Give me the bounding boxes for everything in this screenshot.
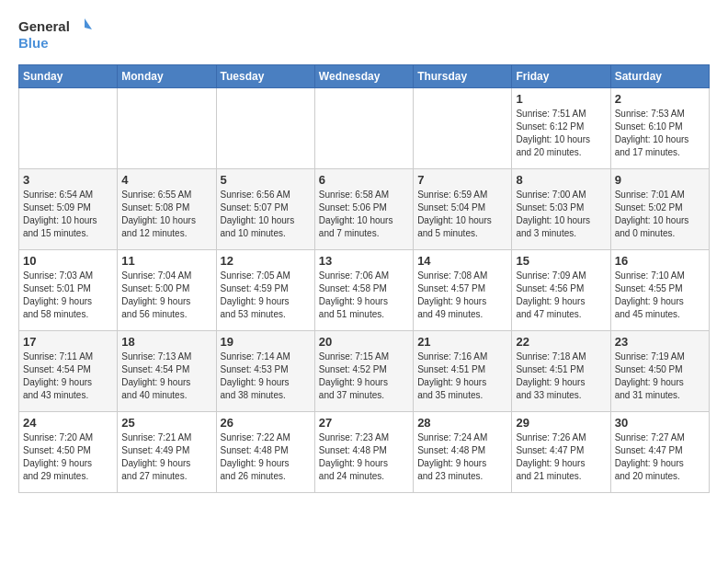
day-info: Sunrise: 7:11 AM Sunset: 4:54 PM Dayligh… — [23, 350, 113, 402]
day-info: Sunrise: 7:09 AM Sunset: 4:56 PM Dayligh… — [516, 270, 606, 321]
day-info: Sunrise: 7:01 AM Sunset: 5:02 PM Dayligh… — [615, 189, 705, 240]
day-number: 17 — [23, 335, 113, 349]
day-number: 7 — [417, 173, 507, 187]
day-number: 14 — [417, 254, 507, 268]
day-number: 26 — [221, 416, 311, 430]
calendar-cell: 23Sunrise: 7:19 AM Sunset: 4:50 PM Dayli… — [610, 331, 709, 412]
day-info: Sunrise: 7:04 AM Sunset: 5:00 PM Dayligh… — [121, 270, 211, 321]
calendar-cell: 7Sunrise: 6:59 AM Sunset: 5:04 PM Daylig… — [414, 169, 512, 250]
day-number: 8 — [516, 173, 606, 187]
day-number: 21 — [417, 335, 507, 349]
day-number: 22 — [516, 335, 606, 349]
calendar-cell — [314, 88, 413, 169]
day-info: Sunrise: 7:08 AM Sunset: 4:57 PM Dayligh… — [417, 270, 507, 321]
calendar-cell — [19, 88, 118, 169]
day-info: Sunrise: 7:19 AM Sunset: 4:50 PM Dayligh… — [615, 350, 705, 402]
day-info: Sunrise: 6:56 AM Sunset: 5:07 PM Dayligh… — [221, 189, 311, 240]
calendar-cell: 3Sunrise: 6:54 AM Sunset: 5:09 PM Daylig… — [19, 169, 118, 250]
day-number: 13 — [319, 254, 409, 268]
day-info: Sunrise: 7:51 AM Sunset: 6:12 PM Dayligh… — [516, 108, 606, 159]
calendar-cell: 24Sunrise: 7:20 AM Sunset: 4:50 PM Dayli… — [19, 412, 118, 493]
day-info: Sunrise: 7:05 AM Sunset: 4:59 PM Dayligh… — [221, 270, 311, 321]
weekday-header-row: SundayMondayTuesdayWednesdayThursdayFrid… — [19, 65, 710, 88]
calendar-cell: 27Sunrise: 7:23 AM Sunset: 4:48 PM Dayli… — [314, 412, 413, 493]
day-info: Sunrise: 7:20 AM Sunset: 4:50 PM Dayligh… — [23, 431, 113, 483]
calendar-cell: 1Sunrise: 7:51 AM Sunset: 6:12 PM Daylig… — [512, 88, 610, 169]
day-number: 28 — [417, 416, 507, 430]
calendar-cell — [118, 88, 216, 169]
day-number: 11 — [121, 254, 211, 268]
day-info: Sunrise: 7:14 AM Sunset: 4:53 PM Dayligh… — [221, 350, 311, 402]
day-number: 18 — [121, 335, 211, 349]
day-number: 5 — [221, 173, 311, 187]
calendar-cell: 14Sunrise: 7:08 AM Sunset: 4:57 PM Dayli… — [414, 250, 512, 331]
calendar-cell: 2Sunrise: 7:53 AM Sunset: 6:10 PM Daylig… — [610, 88, 709, 169]
calendar-cell: 21Sunrise: 7:16 AM Sunset: 4:51 PM Dayli… — [414, 331, 512, 412]
calendar-cell: 5Sunrise: 6:56 AM Sunset: 5:07 PM Daylig… — [216, 169, 314, 250]
calendar-cell — [216, 88, 314, 169]
calendar-cell: 30Sunrise: 7:27 AM Sunset: 4:47 PM Dayli… — [610, 412, 709, 493]
day-info: Sunrise: 7:16 AM Sunset: 4:51 PM Dayligh… — [417, 350, 507, 402]
day-number: 12 — [221, 254, 311, 268]
week-row-1: 1Sunrise: 7:51 AM Sunset: 6:12 PM Daylig… — [19, 88, 710, 169]
day-number: 10 — [23, 254, 113, 268]
calendar-cell: 17Sunrise: 7:11 AM Sunset: 4:54 PM Dayli… — [19, 331, 118, 412]
day-number: 27 — [319, 416, 409, 430]
day-number: 16 — [615, 254, 705, 268]
page: General Blue SundayMondayTuesdayWednesda… — [0, 0, 728, 508]
day-number: 1 — [516, 92, 606, 106]
day-info: Sunrise: 6:54 AM Sunset: 5:09 PM Dayligh… — [23, 189, 113, 240]
day-info: Sunrise: 7:23 AM Sunset: 4:48 PM Dayligh… — [319, 431, 409, 483]
calendar-cell: 22Sunrise: 7:18 AM Sunset: 4:51 PM Dayli… — [512, 331, 610, 412]
day-number: 30 — [615, 416, 705, 430]
calendar-cell: 8Sunrise: 7:00 AM Sunset: 5:03 PM Daylig… — [512, 169, 610, 250]
day-info: Sunrise: 6:58 AM Sunset: 5:06 PM Dayligh… — [319, 189, 409, 240]
logo: General Blue — [18, 15, 96, 55]
calendar-cell: 12Sunrise: 7:05 AM Sunset: 4:59 PM Dayli… — [216, 250, 314, 331]
day-number: 19 — [221, 335, 311, 349]
day-number: 24 — [23, 416, 113, 430]
day-info: Sunrise: 7:18 AM Sunset: 4:51 PM Dayligh… — [516, 350, 606, 402]
calendar-cell: 6Sunrise: 6:58 AM Sunset: 5:06 PM Daylig… — [314, 169, 413, 250]
day-number: 9 — [615, 173, 705, 187]
calendar-cell: 26Sunrise: 7:22 AM Sunset: 4:48 PM Dayli… — [216, 412, 314, 493]
calendar-cell: 20Sunrise: 7:15 AM Sunset: 4:52 PM Dayli… — [314, 331, 413, 412]
day-info: Sunrise: 6:59 AM Sunset: 5:04 PM Dayligh… — [417, 189, 507, 240]
week-row-3: 10Sunrise: 7:03 AM Sunset: 5:01 PM Dayli… — [19, 250, 710, 331]
week-row-2: 3Sunrise: 6:54 AM Sunset: 5:09 PM Daylig… — [19, 169, 710, 250]
calendar-cell: 18Sunrise: 7:13 AM Sunset: 4:54 PM Dayli… — [118, 331, 216, 412]
weekday-header-wednesday: Wednesday — [314, 65, 413, 88]
weekday-header-thursday: Thursday — [414, 65, 512, 88]
calendar-cell: 19Sunrise: 7:14 AM Sunset: 4:53 PM Dayli… — [216, 331, 314, 412]
weekday-header-friday: Friday — [512, 65, 610, 88]
week-row-5: 24Sunrise: 7:20 AM Sunset: 4:50 PM Dayli… — [19, 412, 710, 493]
calendar-cell: 10Sunrise: 7:03 AM Sunset: 5:01 PM Dayli… — [19, 250, 118, 331]
day-info: Sunrise: 7:15 AM Sunset: 4:52 PM Dayligh… — [319, 350, 409, 402]
svg-text:General: General — [18, 18, 70, 34]
day-number: 3 — [23, 173, 113, 187]
calendar-cell: 16Sunrise: 7:10 AM Sunset: 4:55 PM Dayli… — [610, 250, 709, 331]
day-info: Sunrise: 7:10 AM Sunset: 4:55 PM Dayligh… — [615, 270, 705, 321]
calendar-cell: 13Sunrise: 7:06 AM Sunset: 4:58 PM Dayli… — [314, 250, 413, 331]
day-info: Sunrise: 7:13 AM Sunset: 4:54 PM Dayligh… — [121, 350, 211, 402]
day-number: 2 — [615, 92, 705, 106]
weekday-header-tuesday: Tuesday — [216, 65, 314, 88]
calendar-cell: 29Sunrise: 7:26 AM Sunset: 4:47 PM Dayli… — [512, 412, 610, 493]
day-number: 23 — [615, 335, 705, 349]
day-number: 29 — [516, 416, 606, 430]
weekday-header-monday: Monday — [118, 65, 216, 88]
calendar-cell: 11Sunrise: 7:04 AM Sunset: 5:00 PM Dayli… — [118, 250, 216, 331]
calendar-cell: 9Sunrise: 7:01 AM Sunset: 5:02 PM Daylig… — [610, 169, 709, 250]
logo-svg: General Blue — [18, 15, 92, 55]
calendar-cell: 4Sunrise: 6:55 AM Sunset: 5:08 PM Daylig… — [118, 169, 216, 250]
calendar-cell: 15Sunrise: 7:09 AM Sunset: 4:56 PM Dayli… — [512, 250, 610, 331]
calendar-cell: 28Sunrise: 7:24 AM Sunset: 4:48 PM Dayli… — [414, 412, 512, 493]
day-number: 15 — [516, 254, 606, 268]
day-info: Sunrise: 7:24 AM Sunset: 4:48 PM Dayligh… — [417, 431, 507, 483]
day-info: Sunrise: 7:27 AM Sunset: 4:47 PM Dayligh… — [615, 431, 705, 483]
week-row-4: 17Sunrise: 7:11 AM Sunset: 4:54 PM Dayli… — [19, 331, 710, 412]
weekday-header-sunday: Sunday — [19, 65, 118, 88]
header: General Blue — [18, 15, 710, 55]
day-number: 20 — [319, 335, 409, 349]
calendar: SundayMondayTuesdayWednesdayThursdayFrid… — [18, 64, 710, 493]
